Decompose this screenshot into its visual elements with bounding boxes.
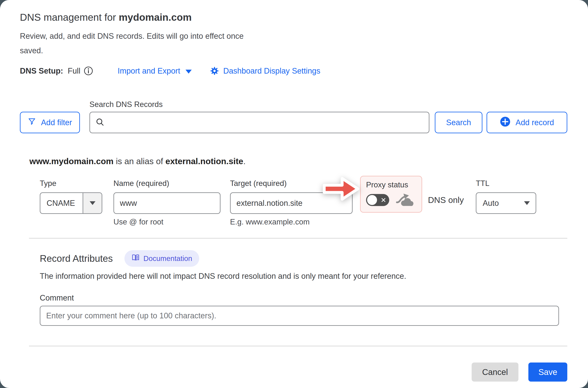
- info-icon[interactable]: [84, 66, 93, 76]
- add-record-button[interactable]: Add record: [487, 112, 567, 133]
- gear-icon: [210, 66, 219, 75]
- page-title-text: DNS management for: [20, 12, 119, 23]
- search-icon: [95, 118, 105, 127]
- record-attributes-description: The information provided here will not i…: [40, 272, 567, 281]
- ttl-select[interactable]: Auto: [476, 192, 536, 214]
- proxy-status-text: DNS only: [428, 195, 464, 205]
- alias-target: external.notion.site: [165, 156, 243, 166]
- record-form-row: Type CNAME Name (required) Use @ for roo…: [40, 179, 567, 226]
- proxy-controls: [366, 193, 416, 207]
- record-attributes-header: Record Attributes Documentation: [40, 250, 567, 267]
- ttl-label: TTL: [476, 179, 536, 188]
- proxy-toggle[interactable]: [366, 194, 389, 206]
- x-mark-icon: [380, 197, 387, 204]
- alias-period: .: [243, 156, 245, 166]
- dns-setup-label: DNS Setup:: [20, 67, 63, 75]
- search-button[interactable]: Search: [435, 112, 482, 133]
- type-label: Type: [40, 179, 102, 188]
- page-title-domain: mydomain.com: [119, 12, 192, 23]
- import-export-label: Import and Export: [118, 67, 180, 75]
- add-record-label: Add record: [516, 118, 554, 127]
- cancel-button[interactable]: Cancel: [472, 363, 519, 382]
- save-button[interactable]: Save: [528, 363, 567, 382]
- add-filter-label: Add filter: [41, 118, 72, 127]
- section-divider: [29, 238, 567, 239]
- plus-circle-icon: [500, 116, 511, 129]
- search-dns-records-label: Search DNS Records: [89, 100, 567, 109]
- footer-actions: Cancel Save: [20, 363, 567, 382]
- alias-host: www.mydomain.com: [29, 156, 113, 166]
- documentation-badge-label: Documentation: [144, 254, 192, 263]
- import-export-link[interactable]: Import and Export: [118, 67, 192, 75]
- chevron-down-icon: [524, 201, 530, 205]
- funnel-icon: [28, 118, 36, 128]
- type-select-value: CNAME: [40, 199, 83, 208]
- name-label: Name (required): [113, 179, 220, 188]
- dns-management-panel: DNS management for mydomain.com Review, …: [0, 0, 588, 388]
- name-input[interactable]: [113, 192, 220, 214]
- add-filter-button[interactable]: Add filter: [20, 112, 80, 133]
- type-field: Type CNAME: [40, 179, 102, 214]
- dns-setup-value: Full: [68, 67, 80, 75]
- search-button-label: Search: [446, 118, 471, 127]
- target-hint: E.g. www.example.com: [230, 218, 353, 226]
- record-attributes-heading: Record Attributes: [40, 253, 113, 264]
- type-select[interactable]: CNAME: [40, 192, 102, 214]
- chevron-down-icon: [90, 201, 95, 205]
- book-open-icon: [131, 253, 140, 264]
- ttl-select-value: Auto: [483, 199, 499, 208]
- proxy-toggle-knob: [367, 195, 377, 205]
- dns-setup-row: DNS Setup: Full Import and Export: [20, 66, 567, 76]
- proxy-status-field: Proxy status: [360, 176, 422, 213]
- name-hint: Use @ for root: [113, 218, 220, 226]
- dashboard-display-settings-label: Dashboard Display Settings: [223, 67, 320, 75]
- alias-sentence: www.mydomain.com is an alias of external…: [29, 156, 567, 166]
- proxy-status-label: Proxy status: [366, 181, 416, 189]
- documentation-badge[interactable]: Documentation: [124, 250, 199, 267]
- comment-input[interactable]: [40, 306, 559, 326]
- dashboard-display-settings-link[interactable]: Dashboard Display Settings: [210, 66, 320, 75]
- search-input[interactable]: [108, 113, 429, 132]
- page-title: DNS management for mydomain.com: [20, 12, 567, 23]
- proxy-status-highlight-box: Proxy status: [360, 176, 422, 213]
- dns-only-cloud-icon: [395, 193, 414, 207]
- footer-divider: [29, 346, 567, 346]
- comment-label: Comment: [40, 293, 567, 302]
- ttl-field: TTL Auto: [476, 179, 536, 214]
- search-row: Add filter Search: [20, 112, 567, 133]
- type-select-arrow-zone[interactable]: [83, 193, 102, 213]
- name-field: Name (required) Use @ for root: [113, 179, 220, 226]
- alias-middle-text: is an alias of: [113, 156, 165, 166]
- pointer-arrow-icon: [321, 174, 362, 204]
- caret-down-icon: [186, 70, 192, 73]
- search-input-container: [89, 112, 429, 133]
- page-subtitle: Review, add, and edit DNS records. Edits…: [20, 29, 262, 58]
